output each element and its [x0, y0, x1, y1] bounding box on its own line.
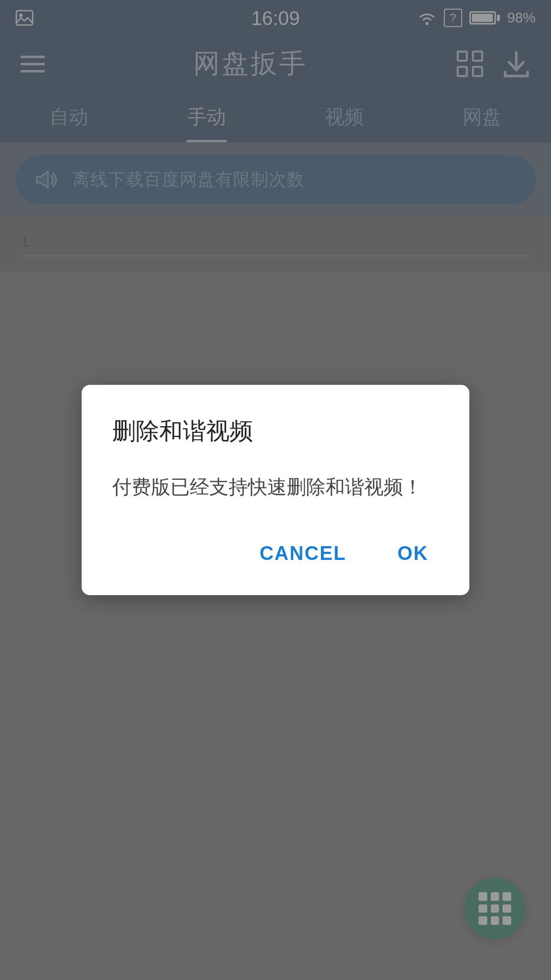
- dialog: 删除和谐视频 付费版已经支持快速删除和谐视频！ CANCEL OK: [82, 385, 469, 595]
- dialog-ok-button[interactable]: OK: [387, 537, 439, 570]
- dialog-title: 删除和谐视频: [112, 415, 439, 447]
- dialog-cancel-button[interactable]: CANCEL: [249, 537, 357, 570]
- dialog-message: 付费版已经支持快速删除和谐视频！: [112, 473, 439, 502]
- dialog-buttons: CANCEL OK: [112, 537, 439, 570]
- dialog-overlay: 删除和谐视频 付费版已经支持快速删除和谐视频！ CANCEL OK: [0, 0, 551, 980]
